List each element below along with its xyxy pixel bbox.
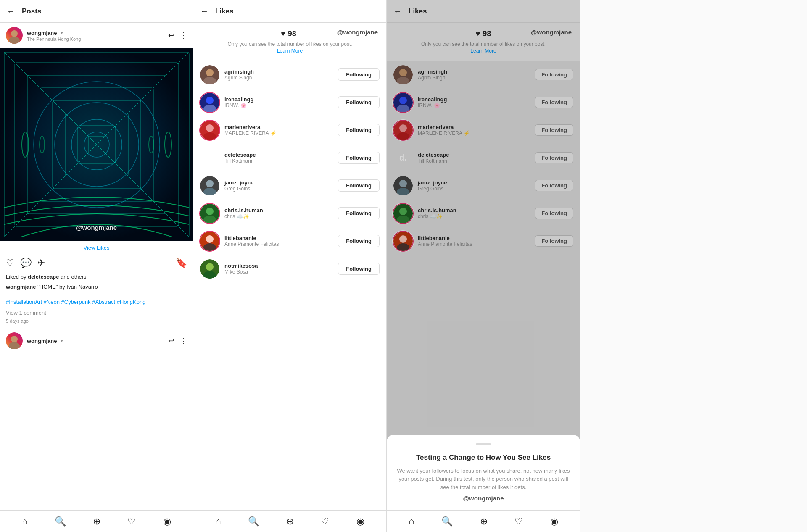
like-username-4[interactable]: jamz_joyce	[418, 179, 447, 186]
like-item: littlebananie Anne Piamonte Felicitas Fo…	[387, 227, 580, 255]
post2-avatar[interactable]	[6, 332, 23, 349]
like-avatar-0[interactable]	[393, 65, 413, 84]
following-button-4[interactable]: Following	[535, 180, 573, 191]
post2-more-icon[interactable]: ⋮	[179, 336, 187, 345]
following-button-4[interactable]: Following	[338, 179, 380, 192]
modal-back-button[interactable]: ←	[393, 6, 402, 16]
post2-reply-icon[interactable]: ↩	[168, 336, 174, 345]
comment-icon[interactable]: 💬	[20, 258, 32, 269]
like-fullname-4: Greg Goins	[418, 186, 447, 192]
bookmark-icon[interactable]: 🔖	[176, 258, 187, 269]
posts-back-button[interactable]: ←	[7, 6, 15, 16]
like-username-2[interactable]: marlenerivera	[418, 124, 470, 130]
svg-point-24	[9, 342, 20, 349]
nav-create-icon[interactable]: ⊕	[93, 516, 100, 527]
like-username-1[interactable]: irenealing​g	[418, 96, 447, 103]
like-item-left-1: irenealing​g IRNW. 🌸	[200, 93, 253, 112]
like-avatar-3[interactable]: d.	[200, 148, 219, 168]
like-avatar-4[interactable]	[393, 176, 413, 195]
nav-profile-icon[interactable]: ◉	[163, 516, 171, 527]
like-username-3[interactable]: deletescape	[224, 152, 256, 158]
following-button-6[interactable]: Following	[535, 235, 573, 247]
like-username-5[interactable]: chris.is.human	[224, 207, 263, 213]
like-avatar-5[interactable]	[200, 204, 219, 223]
like-user-info-5: chris.is.human chris ☁️✨	[418, 207, 456, 219]
following-button-0[interactable]: Following	[535, 69, 573, 80]
svg-point-47	[399, 69, 407, 76]
like-username-6[interactable]: littlebananie	[224, 235, 279, 241]
following-button-3[interactable]: Following	[535, 152, 573, 163]
like-icon[interactable]: ♡	[6, 258, 14, 269]
svg-point-38	[206, 208, 214, 215]
like-avatar-1[interactable]	[393, 93, 413, 112]
following-button-2[interactable]: Following	[535, 124, 573, 136]
like-username-5[interactable]: chris.is.human	[418, 207, 456, 213]
like-item: notmikesosa Mike Sosa Following	[193, 255, 386, 283]
post-avatar[interactable]	[6, 27, 23, 44]
p2-nav-home-icon[interactable]: ⌂	[215, 516, 221, 527]
like-avatar-4[interactable]	[200, 176, 219, 195]
post-reply-icon[interactable]: ↩	[168, 31, 174, 40]
following-button-5[interactable]: Following	[535, 208, 573, 219]
like-item-left-2: marlenerivera MARLENE RIVERA ⚡	[200, 121, 277, 140]
nav-search-icon[interactable]: 🔍	[55, 516, 66, 527]
p3-nav-create-icon[interactable]: ⊕	[480, 516, 488, 527]
p2-nav-create-icon[interactable]: ⊕	[286, 516, 294, 527]
like-avatar-3[interactable]: d.	[393, 148, 413, 168]
following-button-3[interactable]: Following	[338, 152, 380, 164]
share-icon[interactable]: ✈	[37, 258, 45, 269]
p2-nav-search-icon[interactable]: 🔍	[248, 516, 259, 527]
p3-nav-search-icon[interactable]: 🔍	[441, 516, 453, 527]
like-avatar-0[interactable]	[200, 65, 219, 84]
like-username-0[interactable]: agrimsingh	[418, 68, 447, 75]
p3-nav-likes-icon[interactable]: ♡	[514, 516, 523, 527]
following-button-6[interactable]: Following	[338, 235, 380, 247]
post-username[interactable]: wongmjane	[27, 30, 57, 36]
likes-back-button[interactable]: ←	[200, 6, 208, 16]
post2-username[interactable]: wongmjane	[27, 338, 57, 344]
learn-more-link[interactable]: Learn More	[277, 48, 303, 54]
panel1-bottom-nav: ⌂ 🔍 ⊕ ♡ ◉	[0, 510, 193, 532]
p2-nav-likes-icon[interactable]: ♡	[321, 516, 329, 527]
like-username-2[interactable]: marlenerivera	[224, 124, 277, 130]
like-avatar-6[interactable]	[393, 232, 413, 251]
likes-title: Likes	[215, 7, 233, 16]
like-username-7[interactable]: notmikesosa	[224, 263, 258, 269]
modal-notice-text: Only you can see the total number of lik…	[421, 41, 546, 48]
post-user-info: wongmjane • The Peninsula Hong Kong	[6, 27, 81, 44]
like-username-1[interactable]: irenealing​g	[224, 96, 253, 103]
view-comments-link[interactable]: View 1 comment	[0, 308, 193, 318]
view-likes-link[interactable]: View Likes	[0, 241, 193, 254]
following-button-1[interactable]: Following	[338, 96, 380, 108]
p3-nav-profile-icon[interactable]: ◉	[550, 516, 558, 527]
following-button-5[interactable]: Following	[338, 207, 380, 219]
following-button-2[interactable]: Following	[338, 124, 380, 136]
like-fullname-7: Mike Sosa	[224, 269, 258, 275]
caption-username[interactable]: wongmjane	[6, 284, 36, 290]
like-username-6[interactable]: littlebananie	[418, 235, 472, 241]
like-avatar-2[interactable]	[200, 121, 219, 140]
post-timestamp: 5 days ago	[0, 318, 193, 327]
like-username-0[interactable]: agrimsingh	[224, 68, 254, 75]
like-username-4[interactable]: jamz_joyce	[224, 179, 253, 186]
p3-nav-home-icon[interactable]: ⌂	[409, 516, 414, 527]
like-avatar-7[interactable]	[200, 259, 219, 279]
like-username-3[interactable]: deletescape	[418, 152, 449, 158]
caption-hashtags[interactable]: #InstallationArt #Neon #Cyberpunk #Abstr…	[6, 299, 145, 305]
following-button-7[interactable]: Following	[338, 263, 380, 275]
following-button-0[interactable]: Following	[338, 68, 380, 81]
like-avatar-6[interactable]	[200, 232, 219, 251]
p2-nav-profile-icon[interactable]: ◉	[356, 516, 364, 527]
like-user-info-4: jamz_joyce Greg Goins	[418, 179, 447, 192]
post-more-icon[interactable]: ⋮	[179, 31, 187, 40]
like-avatar-2[interactable]	[393, 121, 413, 140]
following-button-1[interactable]: Following	[535, 97, 573, 108]
like-fullname-3: Till Kottmann	[224, 158, 256, 164]
like-avatar-5[interactable]	[393, 204, 413, 223]
nav-likes-icon[interactable]: ♡	[127, 516, 136, 527]
like-item: chris.is.human chris ☁️✨ Following	[193, 200, 386, 227]
like-avatar-1[interactable]	[200, 93, 219, 112]
nav-home-icon[interactable]: ⌂	[22, 516, 27, 527]
modal-learn-more[interactable]: Learn More	[470, 48, 496, 54]
liked-by-user[interactable]: deletescape	[28, 274, 59, 280]
